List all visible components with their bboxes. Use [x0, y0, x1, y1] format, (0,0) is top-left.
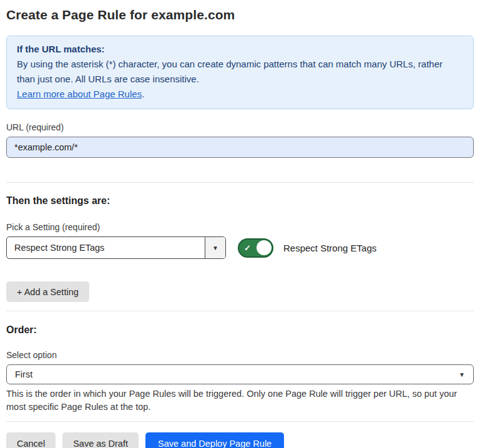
page-title: Create a Page Rule for example.com	[6, 7, 474, 22]
check-icon: ✓	[244, 244, 251, 252]
info-box-heading: If the URL matches:	[17, 42, 463, 57]
chevron-down-icon: ▼	[212, 245, 218, 251]
cancel-button[interactable]: Cancel	[6, 432, 56, 448]
save-and-deploy-button[interactable]: Save and Deploy Page Rule	[145, 432, 284, 448]
url-input[interactable]	[6, 137, 474, 158]
divider	[6, 311, 474, 311]
footer-actions: Cancel Save as Draft Save and Deploy Pag…	[6, 432, 474, 448]
order-select[interactable]: First ▼	[6, 364, 474, 384]
add-setting-button[interactable]: + Add a Setting	[6, 281, 89, 302]
info-box-body: By using the asterisk (*) character, you…	[17, 57, 463, 87]
page-rule-form: Create a Page Rule for example.com If th…	[0, 0, 480, 448]
setting-select-value: Respect Strong ETags	[7, 237, 205, 258]
divider	[6, 182, 474, 183]
order-section-heading: Order:	[6, 324, 474, 336]
divider	[6, 421, 474, 422]
url-match-info-box: If the URL matches: By using the asteris…	[6, 36, 474, 109]
setting-select[interactable]: Respect Strong ETags ▼	[6, 236, 226, 259]
setting-toggle-label: Respect Strong ETags	[283, 243, 376, 253]
setting-toggle[interactable]: ✓	[238, 238, 273, 258]
url-field-label: URL (required)	[6, 122, 474, 132]
order-select-label: Select option	[6, 350, 474, 360]
learn-more-link[interactable]: Learn more about Page Rules	[17, 89, 142, 99]
setting-row: Respect Strong ETags ▼ ✓ Respect Strong …	[6, 236, 474, 259]
order-help-text: This is the order in which your Page Rul…	[6, 387, 471, 414]
chevron-down-icon: ▼	[459, 371, 465, 378]
settings-section-heading: Then the settings are:	[6, 195, 474, 207]
info-box-link-line: Learn more about Page Rules.	[17, 87, 463, 102]
save-as-draft-button[interactable]: Save as Draft	[62, 432, 139, 448]
toggle-knob	[257, 240, 272, 255]
link-suffix: .	[142, 89, 144, 99]
setting-select-arrow-button[interactable]: ▼	[205, 237, 225, 258]
pick-setting-label: Pick a Setting (required)	[6, 222, 474, 232]
order-select-value: First	[15, 369, 459, 379]
